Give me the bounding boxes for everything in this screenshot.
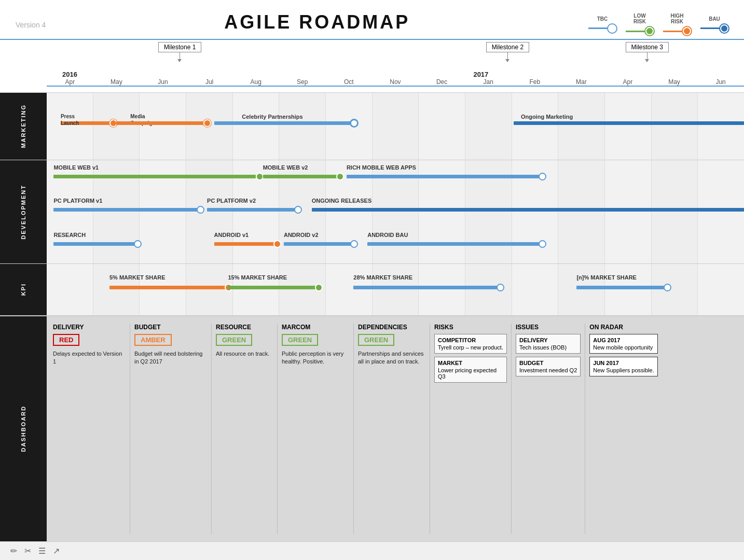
dash-delivery: DELIVERY RED Delays expected to Version … [53, 324, 126, 366]
year-row: 2016 2017 [47, 71, 744, 78]
dot-npct-end [664, 284, 671, 291]
risk-market: MARKET Lower pricing expected Q3 [434, 357, 507, 383]
issue-delivery-title: DELIVERY [519, 337, 577, 343]
month-oct: Oct [326, 78, 373, 86]
dash-marcom-text: Public perception is very healthy. Posit… [282, 350, 349, 366]
dash-marcom-badge: GREEN [282, 334, 318, 346]
issue-delivery: DELIVERY Tech issues (BOB) [516, 334, 581, 354]
kpi-label: KPI [20, 283, 26, 296]
bar-ongoing-marketing-label: Ongoing Marketing [521, 114, 573, 120]
dashboard-label-bg: DASHBOARD [0, 316, 47, 541]
bar-android-v2 [284, 242, 353, 246]
dash-div4 [353, 324, 354, 534]
label-rich-mobile: RICH MOBILE WEB APPS [347, 164, 416, 171]
marketing-content: PressLaunch MediaCampaign Celebrity Part… [47, 93, 744, 160]
bar-celebrity-label: Celebrity Partnerships [242, 114, 302, 120]
milestone-1: Milestone 1 [158, 42, 201, 60]
radar-jun-title: JUN 2017 [593, 360, 654, 366]
dash-issues: ISSUES DELIVERY Tech issues (BOB) BUDGET… [516, 324, 581, 376]
dash-div3 [277, 324, 278, 534]
dash-issues-header: ISSUES [516, 324, 581, 331]
label-research: RESEARCH [53, 232, 86, 238]
milestones-area: Milestone 1 Milestone 2 Milestone 3 [0, 42, 744, 71]
radar-jun: JUN 2017 New Suppliers possible. [589, 357, 657, 376]
label-mobile-web-v2: MOBILE WEB v2 [263, 164, 308, 171]
dashboard-label: DASHBOARD [20, 405, 26, 452]
dot-mobile-web-v2-start [256, 173, 264, 180]
milestones-row: Milestone 1 Milestone 2 Milestone 3 [47, 42, 744, 71]
month-apr2: Apr [604, 78, 651, 86]
development-content: MOBILE WEB v1 MOBILE WEB v2 RICH MOBILE … [47, 160, 744, 263]
dash-on-radar: ON RADAR AUG 2017 New mobile opportunity… [589, 324, 657, 376]
dot-android-bau-end [539, 240, 546, 248]
bar-28pct [353, 286, 500, 289]
bar-mobile-web-v1 [53, 175, 256, 178]
dash-div2 [211, 324, 212, 534]
dash-deps-text: Partnerships and services all in place a… [358, 350, 425, 366]
risk-competitor-text: Tyrell corp – new product. [438, 344, 503, 351]
month-jul: Jul [186, 78, 233, 86]
radar-aug: AUG 2017 New mobile opportunity [589, 334, 657, 354]
dot-15pct-end [315, 284, 323, 291]
month-jun: Jun [140, 78, 186, 86]
dash-div6 [511, 324, 512, 534]
milestone-3-arrow [647, 52, 647, 60]
risk-market-title: MARKET [438, 360, 503, 366]
dot-android-v2-end [350, 240, 358, 248]
dot-28pct-end [497, 284, 504, 291]
radar-aug-title: AUG 2017 [593, 337, 654, 343]
bar-rich-mobile [347, 175, 542, 178]
legend-high-risk: HIGHRISK [663, 13, 691, 35]
dash-resource-text: All resource on track. [216, 350, 273, 358]
risk-competitor: COMPETITOR Tyrell corp – new product. [434, 334, 507, 354]
dash-marcom-header: MARCOM [282, 324, 349, 331]
risk-market-text: Lower pricing expected Q3 [438, 367, 503, 380]
month-jun2: Jun [697, 78, 744, 86]
dash-resource: RESOURCE GREEN All resource on track. [216, 324, 273, 358]
year-2016: 2016 [47, 71, 468, 78]
bar-media-campaign [116, 121, 207, 125]
scissors-icon[interactable]: ✂ [24, 546, 31, 556]
marketing-section: MARKETING PressLaunch MediaCampaign Cele… [0, 92, 744, 160]
dash-div5 [430, 324, 430, 534]
month-jan: Jan [465, 78, 512, 86]
label-ongoing-releases: ONGOING RELEASES [312, 198, 372, 204]
month-feb: Feb [512, 78, 558, 86]
bar-research [53, 242, 137, 246]
month-dec: Dec [419, 78, 465, 86]
label-android-v1: ANDROID v1 [214, 232, 249, 238]
milestone-1-arrow [180, 52, 180, 60]
dot-pc-v1-end [197, 206, 204, 214]
milestone-3: Milestone 3 [626, 42, 669, 60]
dash-risks-header: RISKS [434, 324, 507, 331]
bar-mobile-web-v2 [263, 175, 340, 178]
bar-npct [576, 286, 667, 289]
label-android-bau: ANDROID BAU [367, 232, 408, 238]
arrow-icon[interactable]: ↗ [53, 546, 60, 556]
page-title: AGILE ROADMAP [46, 11, 588, 33]
list-icon[interactable]: ☰ [38, 546, 46, 556]
radar-jun-text: New Suppliers possible. [593, 367, 654, 373]
issue-budget-title: BUDGET [519, 360, 577, 366]
bar-pc-v2 [207, 208, 298, 212]
dash-delivery-header: DELIVERY [53, 324, 126, 331]
legend-low-risk: LOWRISK [626, 13, 654, 35]
radar-aug-text: New mobile opportunity [593, 344, 654, 351]
dash-deps-badge: GREEN [358, 334, 394, 346]
kpi-content: 5% MARKET SHARE 15% MARKET SHARE 28% MAR… [47, 264, 744, 315]
pencil-icon[interactable]: ✏ [10, 546, 17, 556]
dash-budget-text: Budget will need bolstering in Q2 2017 [134, 350, 207, 366]
dot-android-v1-end [273, 240, 281, 248]
bar-android-v1 [214, 242, 277, 246]
dashboard-section: DASHBOARD DELIVERY RED Delays expected t… [0, 315, 744, 541]
dot-celebrity-end [350, 119, 358, 127]
dot-research-end [134, 240, 142, 248]
dot-media-end [203, 119, 211, 127]
label-mobile-web-v1: MOBILE WEB v1 [53, 164, 99, 171]
dash-radar-header: ON RADAR [589, 324, 657, 331]
issue-budget-text: Investment needed Q2 [519, 367, 577, 373]
issue-delivery-text: Tech issues (BOB) [519, 344, 577, 351]
version-label: Version 4 [16, 21, 46, 29]
risk-competitor-title: COMPETITOR [438, 337, 503, 343]
dot-pc-v2-end [294, 206, 302, 214]
